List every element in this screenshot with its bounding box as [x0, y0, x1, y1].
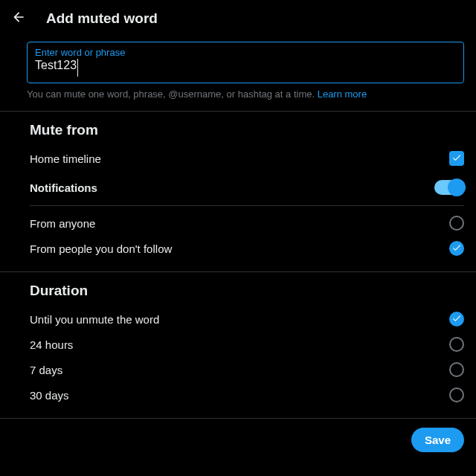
check-icon	[451, 313, 462, 326]
duration-7d-radio[interactable]	[449, 362, 464, 377]
duration-30d-radio[interactable]	[449, 387, 464, 402]
duration-title: Duration	[0, 272, 476, 306]
word-input-label: Enter word or phrase	[35, 47, 456, 59]
duration-24h-radio[interactable]	[449, 337, 464, 352]
from-not-follow-label: From people you don't follow	[30, 242, 172, 255]
duration-24h-label: 24 hours	[30, 338, 73, 351]
toggle-knob	[448, 178, 466, 196]
word-input-value: Test123	[35, 59, 78, 77]
duration-30d-row[interactable]: 30 days	[0, 382, 476, 408]
from-anyone-label: From anyone	[30, 217, 95, 230]
duration-30d-label: 30 days	[30, 389, 69, 402]
save-button[interactable]: Save	[411, 428, 464, 452]
duration-forever-label: Until you unmute the word	[30, 313, 159, 326]
notifications-toggle[interactable]	[434, 180, 464, 195]
helper-text-body: You can mute one word, phrase, @username…	[27, 89, 318, 100]
word-input-field[interactable]: Enter word or phrase Test123	[27, 42, 464, 83]
from-not-follow-radio[interactable]	[449, 241, 464, 256]
home-timeline-row[interactable]: Home timeline	[0, 146, 476, 171]
word-input[interactable]	[78, 59, 456, 77]
page-title: Add muted word	[46, 10, 158, 27]
learn-more-link[interactable]: Learn more	[318, 89, 367, 100]
duration-forever-row[interactable]: Until you unmute the word	[0, 306, 476, 332]
arrow-left-icon	[11, 10, 26, 28]
duration-24h-row[interactable]: 24 hours	[0, 332, 476, 357]
duration-7d-label: 7 days	[30, 364, 62, 376]
check-icon	[451, 152, 462, 165]
back-button[interactable]	[6, 6, 31, 31]
helper-text: You can mute one word, phrase, @username…	[27, 88, 464, 100]
duration-forever-radio[interactable]	[449, 312, 464, 327]
from-anyone-radio[interactable]	[449, 216, 464, 231]
duration-7d-row[interactable]: 7 days	[0, 357, 476, 382]
notifications-label: Notifications	[30, 181, 97, 194]
from-anyone-row[interactable]: From anyone	[0, 210, 476, 236]
check-icon	[451, 242, 462, 255]
home-timeline-label: Home timeline	[30, 152, 101, 165]
home-timeline-checkbox[interactable]	[449, 151, 464, 166]
from-not-follow-row[interactable]: From people you don't follow	[0, 236, 476, 261]
mute-from-title: Mute from	[0, 112, 476, 146]
notifications-row[interactable]: Notifications	[0, 171, 476, 201]
